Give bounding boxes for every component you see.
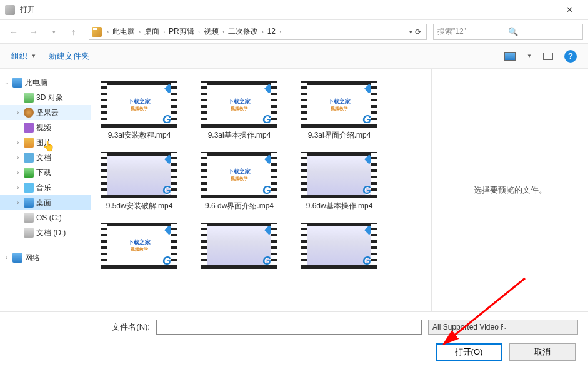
sidebar-item-label: 图片 bbox=[36, 138, 51, 148]
chevron-right-icon: › bbox=[137, 29, 142, 35]
file-item[interactable]: 下载之家视频教学◆G9.3ai界面介绍.mp4 bbox=[299, 81, 380, 141]
chevron-right-icon: › bbox=[221, 29, 226, 35]
sidebar-item-label: OS (C:) bbox=[36, 213, 62, 222]
file-item[interactable]: 下载之家视频教学◆G9.3ai基本操作.mp4 bbox=[199, 81, 280, 141]
nut-icon bbox=[24, 108, 34, 118]
chevron-icon[interactable]: › bbox=[4, 255, 10, 261]
file-item[interactable]: ◆G9.6dw基本操作.mp4 bbox=[299, 152, 380, 211]
net-icon bbox=[12, 253, 22, 263]
sidebar-item[interactable]: ›视频 bbox=[0, 120, 91, 135]
file-label: 9.6dw基本操作.mp4 bbox=[299, 201, 380, 211]
breadcrumb-item[interactable]: 视频 bbox=[201, 27, 221, 36]
sidebar-item-label: 桌面 bbox=[36, 198, 51, 208]
chevron-icon[interactable]: › bbox=[15, 169, 21, 176]
search-icon[interactable]: 🔍 bbox=[508, 27, 579, 36]
filename-label: 文件名(N): bbox=[0, 321, 150, 333]
sidebar-item[interactable]: ›网络 bbox=[0, 250, 91, 265]
chevron-right-icon: › bbox=[197, 29, 201, 35]
disk-icon bbox=[24, 213, 34, 223]
cancel-button[interactable]: 取消 bbox=[509, 343, 576, 361]
3d-icon bbox=[24, 93, 34, 103]
close-button[interactable]: ✕ bbox=[556, 5, 583, 14]
mus-icon bbox=[24, 183, 34, 193]
forward-button[interactable]: → bbox=[25, 23, 42, 41]
file-item[interactable]: ◆G bbox=[199, 223, 280, 271]
file-item[interactable]: 下载之家视频教学◆G bbox=[99, 223, 180, 271]
sidebar-item-label: 文档 (D:) bbox=[36, 228, 66, 238]
sidebar-item[interactable]: ›文档 (D:) bbox=[0, 225, 91, 240]
open-button[interactable]: 打开(O) bbox=[436, 343, 502, 361]
chevron-icon[interactable]: › bbox=[15, 109, 21, 116]
file-item[interactable]: 下载之家视频教学◆G9.3ai安装教程.mp4 bbox=[99, 81, 180, 141]
file-thumbnail: ◆G bbox=[301, 223, 377, 269]
filename-input[interactable] bbox=[156, 320, 422, 335]
badge-icon: ◆ bbox=[364, 151, 374, 166]
badge-icon: ◆ bbox=[164, 80, 174, 95]
sidebar-item-label: 网络 bbox=[25, 253, 40, 263]
watermark-icon: G bbox=[262, 255, 271, 268]
search-input[interactable]: 搜索"12" 🔍 bbox=[433, 24, 583, 40]
sidebar-item-label: 下载 bbox=[36, 168, 51, 178]
sidebar-item[interactable]: ›音乐 bbox=[0, 180, 91, 195]
file-thumbnail: ◆G bbox=[201, 223, 277, 269]
file-item[interactable]: ◆G9.5dw安装破解.mp4 bbox=[99, 152, 180, 211]
badge-icon: ◆ bbox=[364, 221, 374, 236]
disk-icon bbox=[24, 228, 34, 238]
sidebar-item[interactable]: ›文档 bbox=[0, 150, 91, 165]
breadcrumb-bar[interactable]: › 此电脑›桌面›PR剪辑›视频›二次修改›12› ▾ ⟳ bbox=[89, 24, 427, 40]
watermark-icon: G bbox=[262, 113, 271, 126]
sidebar-item[interactable]: ›OS (C:) bbox=[0, 210, 91, 225]
chevron-icon[interactable]: › bbox=[15, 139, 21, 146]
watermark-icon: G bbox=[162, 255, 171, 268]
view-details-button[interactable] bbox=[543, 53, 553, 60]
file-label: 9.3ai基本操作.mp4 bbox=[199, 130, 280, 141]
up-button[interactable]: ↑ bbox=[65, 23, 82, 41]
file-thumbnail: ◆G bbox=[301, 152, 377, 198]
recent-dropdown[interactable]: ▾ bbox=[45, 23, 62, 41]
chevron-right-icon: › bbox=[106, 29, 110, 35]
breadcrumb-item[interactable]: 12 bbox=[265, 27, 278, 36]
sidebar-item[interactable]: ›图片 bbox=[0, 135, 91, 150]
file-item[interactable]: ◆G bbox=[299, 223, 380, 271]
chevron-right-icon: › bbox=[278, 29, 282, 35]
chevron-down-icon[interactable]: ▾ bbox=[409, 29, 412, 35]
pc-icon bbox=[12, 78, 22, 88]
organize-button[interactable]: 组织 ▼ bbox=[11, 51, 36, 62]
file-item[interactable]: 下载之家视频教学◆G9.6 dw界面介绍.mp4 bbox=[199, 152, 280, 211]
chevron-icon[interactable]: › bbox=[15, 154, 21, 161]
view-thumbnails-button[interactable] bbox=[504, 52, 516, 61]
chevron-down-icon: ⌄ bbox=[503, 325, 574, 330]
help-icon[interactable]: ? bbox=[564, 50, 577, 63]
breadcrumb-item[interactable]: 桌面 bbox=[142, 27, 162, 36]
back-button[interactable]: ← bbox=[5, 23, 22, 41]
file-thumbnail: 下载之家视频教学◆G bbox=[201, 81, 277, 128]
file-label: 9.3ai安装教程.mp4 bbox=[99, 130, 180, 141]
sidebar-item[interactable]: ›下载 bbox=[0, 165, 91, 180]
chevron-down-icon[interactable]: ▼ bbox=[527, 53, 532, 59]
sidebar-item[interactable]: ⌄此电脑 bbox=[0, 75, 91, 90]
sidebar-item-label: 此电脑 bbox=[25, 78, 47, 88]
sidebar-item[interactable]: ›3D 对象 bbox=[0, 90, 91, 105]
chevron-down-icon: ▼ bbox=[31, 53, 36, 59]
chevron-icon[interactable]: ⌄ bbox=[4, 79, 10, 86]
sidebar-item[interactable]: ›坚果云 bbox=[0, 105, 91, 120]
breadcrumb-item[interactable]: PR剪辑 bbox=[166, 27, 197, 36]
watermark-icon: G bbox=[362, 184, 371, 197]
refresh-icon[interactable]: ⟳ bbox=[415, 28, 421, 36]
new-folder-button[interactable]: 新建文件夹 bbox=[49, 51, 89, 62]
watermark-icon: G bbox=[362, 113, 371, 126]
search-placeholder: 搜索"12" bbox=[437, 26, 508, 37]
file-grid: 下载之家视频教学◆G9.3ai安装教程.mp4下载之家视频教学◆G9.3ai基本… bbox=[91, 69, 432, 311]
breadcrumb-item[interactable]: 二次修改 bbox=[226, 27, 261, 36]
file-label: 9.3ai界面介绍.mp4 bbox=[299, 130, 380, 141]
sidebar-item[interactable]: ›桌面 bbox=[0, 195, 91, 210]
watermark-icon: G bbox=[162, 113, 171, 126]
sidebar-item-label: 3D 对象 bbox=[36, 93, 63, 103]
sidebar-item-label: 文档 bbox=[36, 153, 51, 163]
file-thumbnail: 下载之家视频教学◆G bbox=[201, 152, 277, 198]
breadcrumb-item[interactable]: 此电脑 bbox=[110, 27, 137, 36]
chevron-icon[interactable]: › bbox=[15, 200, 21, 206]
filetype-dropdown[interactable]: All Supported Video Files (*.M ⌄ bbox=[428, 320, 578, 335]
chevron-icon[interactable]: › bbox=[15, 184, 21, 191]
sidebar-item-label: 音乐 bbox=[36, 183, 51, 193]
